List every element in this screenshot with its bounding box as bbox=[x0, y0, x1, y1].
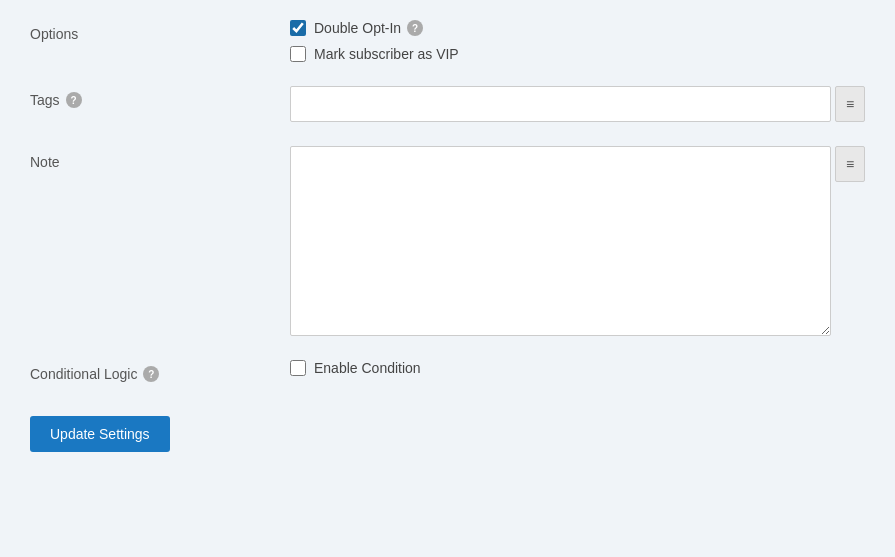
form-container: Options Double Opt-In ? Mark subscriber … bbox=[30, 20, 865, 452]
options-label: Options bbox=[30, 20, 290, 42]
tags-control: ≡ bbox=[290, 86, 865, 122]
note-wrapper: ≡ bbox=[290, 146, 865, 336]
vip-label: Mark subscriber as VIP bbox=[314, 46, 459, 62]
double-optin-checkbox[interactable] bbox=[290, 20, 306, 36]
enable-condition-item[interactable]: Enable Condition bbox=[290, 360, 865, 376]
options-row: Options Double Opt-In ? Mark subscriber … bbox=[30, 20, 865, 62]
note-control: ≡ bbox=[290, 146, 865, 336]
note-label-text: Note bbox=[30, 154, 60, 170]
enable-condition-checkbox[interactable] bbox=[290, 360, 306, 376]
tags-label-text: Tags bbox=[30, 92, 60, 108]
note-list-icon-button[interactable]: ≡ bbox=[835, 146, 865, 182]
double-optin-item[interactable]: Double Opt-In ? bbox=[290, 20, 865, 36]
tags-input-wrapper: ≡ bbox=[290, 86, 865, 122]
checkbox-group: Double Opt-In ? Mark subscriber as VIP bbox=[290, 20, 865, 62]
note-list-icon: ≡ bbox=[846, 156, 854, 172]
conditional-logic-help-icon[interactable]: ? bbox=[143, 366, 159, 382]
conditional-logic-control: Enable Condition bbox=[290, 360, 865, 376]
update-settings-button[interactable]: Update Settings bbox=[30, 416, 170, 452]
enable-condition-label: Enable Condition bbox=[314, 360, 421, 376]
note-label: Note bbox=[30, 146, 290, 170]
vip-item[interactable]: Mark subscriber as VIP bbox=[290, 46, 865, 62]
tags-label: Tags ? bbox=[30, 86, 290, 108]
tags-list-icon: ≡ bbox=[846, 96, 854, 112]
conditional-logic-label: Conditional Logic ? bbox=[30, 360, 290, 382]
double-optin-label: Double Opt-In ? bbox=[314, 20, 423, 36]
note-textarea[interactable] bbox=[290, 146, 831, 336]
options-control: Double Opt-In ? Mark subscriber as VIP bbox=[290, 20, 865, 62]
tags-input[interactable] bbox=[290, 86, 831, 122]
tags-help-icon[interactable]: ? bbox=[66, 92, 82, 108]
tags-row: Tags ? ≡ bbox=[30, 86, 865, 122]
button-row: Update Settings bbox=[30, 406, 865, 452]
double-optin-help-icon[interactable]: ? bbox=[407, 20, 423, 36]
options-label-text: Options bbox=[30, 26, 78, 42]
conditional-logic-label-text: Conditional Logic bbox=[30, 366, 137, 382]
conditional-logic-row: Conditional Logic ? Enable Condition bbox=[30, 360, 865, 382]
note-row: Note ≡ bbox=[30, 146, 865, 336]
vip-checkbox[interactable] bbox=[290, 46, 306, 62]
tags-list-icon-button[interactable]: ≡ bbox=[835, 86, 865, 122]
